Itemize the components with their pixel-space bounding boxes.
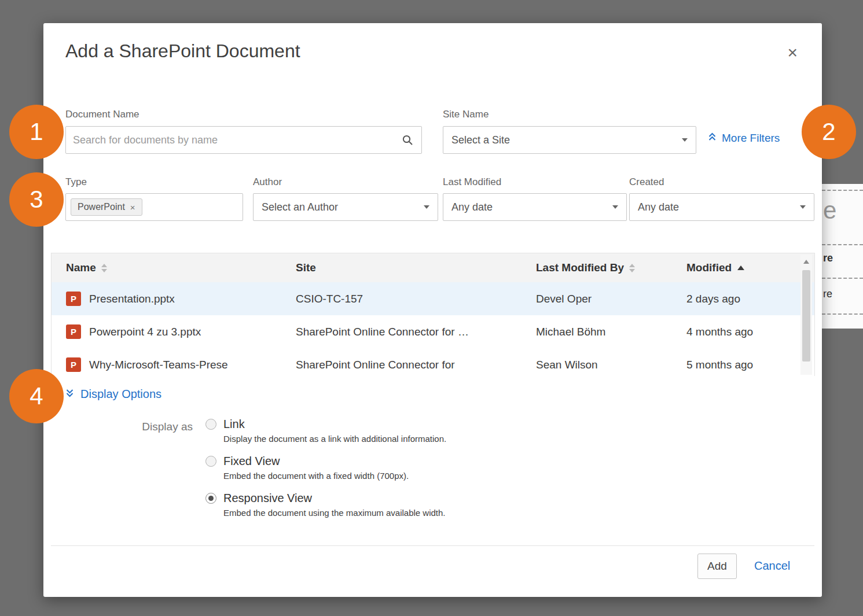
scroll-up-arrow-icon[interactable] <box>803 260 809 264</box>
site-cell: SharePoint Online Connector for … <box>296 315 469 348</box>
display-option-fixed-view: Fixed View Embed the document with a fix… <box>205 455 446 481</box>
double-chevron-down-icon <box>65 388 74 401</box>
author-value: Select an Author <box>262 201 338 213</box>
background-page-fragment: e re re <box>822 184 863 329</box>
chevron-down-icon <box>424 205 429 209</box>
document-name-text: Why-Microsoft-Teams-Prese <box>89 359 228 371</box>
radio-label: Link <box>223 418 245 431</box>
dialog-title: Add a SharePoint Document <box>65 40 300 62</box>
remove-tag-icon[interactable]: × <box>130 202 135 212</box>
dashed-line <box>822 244 863 245</box>
type-tag-label: PowerPoint <box>78 202 125 212</box>
display-options-toggle[interactable]: Display Options <box>65 388 161 401</box>
more-filters-link[interactable]: More Filters <box>708 132 780 145</box>
callout-4: 4 <box>9 369 64 423</box>
document-name-cell: P Why-Microsoft-Teams-Prese <box>66 348 228 376</box>
powerpoint-icon: P <box>66 292 81 306</box>
screen: e re re Add a SharePoint Document × Docu… <box>0 0 863 616</box>
site-name-select[interactable]: Select a Site <box>443 126 696 154</box>
display-as-options: Link Display the document as a link with… <box>205 418 446 529</box>
sort-icon <box>629 264 635 272</box>
column-header-label: Modified <box>686 261 732 274</box>
document-name-cell: P Powerpoint 4 zu 3.pptx <box>66 315 201 348</box>
footer-divider <box>51 545 814 546</box>
radio-description: Embed the document using the maximum ava… <box>223 508 446 518</box>
radio-description: Display the document as a link with addi… <box>223 434 446 444</box>
site-name-label: Site Name <box>443 109 489 120</box>
author-select[interactable]: Select an Author <box>253 193 438 221</box>
dashed-line <box>822 278 863 279</box>
display-as-label: Display as <box>124 420 193 433</box>
background-text-fragment: re <box>823 252 833 264</box>
dashed-line <box>822 313 863 315</box>
document-name-cell: P Presentation.pptx <box>66 282 175 315</box>
column-header-last-modified-by[interactable]: Last Modified By <box>536 253 635 282</box>
document-name-search-field <box>65 126 422 154</box>
chevron-down-icon <box>800 205 806 209</box>
column-header-label: Site <box>296 261 316 274</box>
more-filters-label: More Filters <box>722 132 780 145</box>
site-cell: CSIO-TC-157 <box>296 282 363 315</box>
powerpoint-icon: P <box>66 324 81 339</box>
table-row[interactable]: P Powerpoint 4 zu 3.pptx SharePoint Onli… <box>52 315 814 349</box>
site-name-value: Select a Site <box>451 134 510 146</box>
column-header-label: Last Modified By <box>536 261 624 274</box>
dashed-line <box>822 190 863 191</box>
callout-3: 3 <box>9 172 64 227</box>
sort-icon <box>101 264 107 272</box>
modified-cell: 2 days ago <box>686 282 740 315</box>
column-header-name[interactable]: Name <box>66 253 107 282</box>
table-scrollbar[interactable] <box>800 254 812 375</box>
radio-label: Fixed View <box>223 455 280 468</box>
created-value: Any date <box>638 201 679 213</box>
type-tag-powerpoint: PowerPoint × <box>71 198 142 216</box>
add-button[interactable]: Add <box>697 554 737 579</box>
powerpoint-icon: P <box>66 357 81 372</box>
search-icon <box>402 134 413 146</box>
radio-link[interactable] <box>205 419 216 430</box>
site-cell: SharePoint Online Connector for <box>296 348 455 376</box>
display-options-label: Display Options <box>80 388 161 401</box>
display-option-responsive-view: Responsive View Embed the document using… <box>205 492 446 518</box>
sort-ascending-icon <box>737 265 744 270</box>
background-text-fragment: re <box>823 288 832 300</box>
author-label: Author <box>253 176 282 188</box>
created-select[interactable]: Any date <box>629 193 814 221</box>
table-row[interactable]: P Presentation.pptx CSIO-TC-157 Devel Op… <box>52 282 814 316</box>
documents-table: Name Site Last Modified By Modified P <box>51 253 815 376</box>
document-name-label: Document Name <box>65 109 139 120</box>
scrollbar-thumb[interactable] <box>802 270 810 362</box>
callout-1: 1 <box>9 105 64 159</box>
last-modified-by-cell: Sean Wilson <box>536 348 598 376</box>
background-text-fragment: e <box>823 197 836 224</box>
last-modified-by-cell: Michael Böhm <box>536 315 605 348</box>
document-name-text: Powerpoint 4 zu 3.pptx <box>89 326 201 338</box>
radio-label: Responsive View <box>223 492 312 505</box>
column-header-site: Site <box>296 253 316 282</box>
table-header: Name Site Last Modified By Modified <box>52 253 814 283</box>
last-modified-value: Any date <box>451 201 493 213</box>
created-label: Created <box>629 176 664 188</box>
chevron-down-icon <box>612 205 618 209</box>
double-chevron-up-icon <box>708 132 717 145</box>
column-header-modified[interactable]: Modified <box>686 253 744 282</box>
close-button[interactable]: × <box>787 44 798 61</box>
radio-description: Embed the document with a fixed width (7… <box>223 471 446 481</box>
last-modified-by-cell: Devel Oper <box>536 282 592 315</box>
column-header-label: Name <box>66 261 96 274</box>
callout-2: 2 <box>802 105 856 159</box>
radio-fixed-view[interactable] <box>205 456 216 467</box>
add-sharepoint-document-dialog: Add a SharePoint Document × Document Nam… <box>43 23 822 597</box>
table-row[interactable]: P Why-Microsoft-Teams-Prese SharePoint O… <box>52 348 814 376</box>
last-modified-label: Last Modified <box>443 176 501 188</box>
document-search-input[interactable] <box>66 134 402 146</box>
chevron-down-icon <box>682 138 688 142</box>
radio-responsive-view[interactable] <box>205 493 216 504</box>
document-name-text: Presentation.pptx <box>89 293 175 305</box>
cancel-link[interactable]: Cancel <box>754 559 790 573</box>
modified-cell: 4 months ago <box>686 315 753 348</box>
type-filter-field[interactable]: PowerPoint × <box>65 193 243 221</box>
modified-cell: 5 months ago <box>686 348 753 376</box>
last-modified-select[interactable]: Any date <box>443 193 627 221</box>
type-label: Type <box>65 176 87 188</box>
